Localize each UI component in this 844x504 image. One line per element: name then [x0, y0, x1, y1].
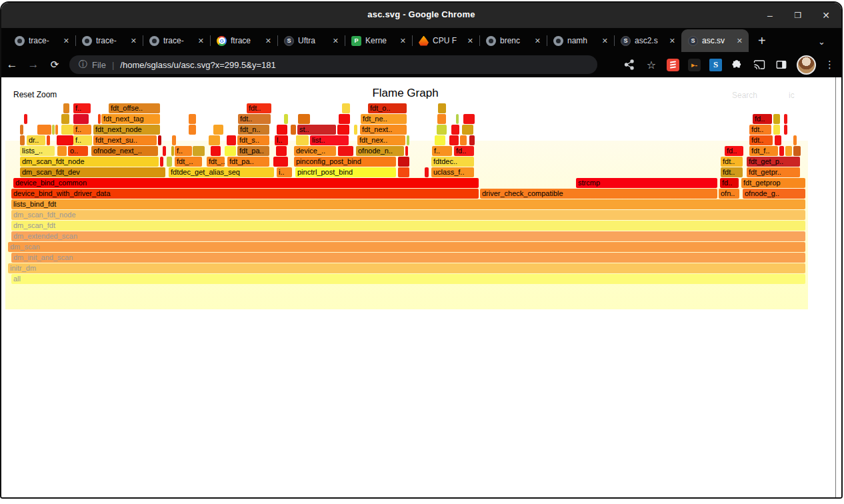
flame-frame-fdt[interactable]: fdt.. [247, 103, 271, 113]
flame-frame-st[interactable]: st.. [297, 125, 336, 135]
flame-frame-fdt_next_node[interactable]: fdt_next_node [93, 125, 160, 135]
flame-frame-fdt_[interactable]: fdt_.. [175, 157, 202, 167]
flame-frame-fdt_next[interactable]: fdt_next.. [360, 125, 407, 135]
tab-close-icon[interactable]: ✕ [129, 36, 139, 46]
tab-close-icon[interactable]: ✕ [196, 36, 206, 46]
flame-frame[interactable] [158, 135, 161, 145]
tab-asc2-s[interactable]: Sasc2.s✕ [614, 29, 681, 52]
flame-frame-fdt_[interactable]: fdt_.. [207, 157, 225, 167]
flame-frame[interactable] [227, 135, 236, 145]
maximize-button[interactable]: ❒ [792, 11, 804, 20]
flame-frame[interactable] [171, 146, 174, 156]
flame-frame[interactable] [61, 114, 69, 124]
flame-frame[interactable] [793, 135, 797, 145]
flame-frame[interactable] [438, 103, 446, 113]
flame-frame[interactable] [337, 125, 349, 135]
flame-frame[interactable] [57, 135, 73, 145]
flame-frame[interactable] [463, 114, 475, 124]
flame-frame[interactable] [73, 114, 89, 124]
flame-frame-lists_bind_fdt[interactable]: lists_bind_fdt [11, 199, 805, 209]
flame-frame-fdt_n[interactable]: fdt_n.. [238, 125, 269, 135]
url-text[interactable]: /home/sglass/u/asc.svg?x=299.5&y=181 [120, 60, 275, 70]
flame-frame-i[interactable]: i.. [277, 167, 292, 177]
flame-frame[interactable] [189, 125, 196, 135]
flame-frame[interactable] [773, 114, 780, 124]
extension-dark-icon[interactable]: ▸- [688, 59, 701, 71]
flame-frame-fdt_getpr[interactable]: fdt_getpr.. [747, 167, 800, 177]
flame-frame-strcmp[interactable]: strcmp [576, 178, 717, 188]
flame-frame[interactable] [296, 135, 309, 145]
tab-close-icon[interactable]: ✕ [533, 36, 543, 46]
tab-close-icon[interactable]: ✕ [398, 36, 408, 46]
flame-frame[interactable] [779, 146, 784, 156]
flame-frame[interactable] [298, 114, 310, 124]
extension-todoist-icon[interactable] [667, 59, 679, 71]
bookmark-star-icon[interactable]: ☆ [645, 58, 658, 71]
flame-frame[interactable] [784, 114, 787, 124]
flame-frame[interactable] [425, 167, 429, 177]
share-icon[interactable] [623, 58, 636, 71]
flame-frame[interactable] [47, 135, 50, 145]
flame-frame[interactable] [785, 146, 792, 156]
flame-frame[interactable] [163, 146, 166, 156]
flame-frame-f[interactable]: f.. [73, 135, 92, 145]
flame-frame[interactable] [398, 157, 409, 167]
flame-frame-pinconfig_post_bind[interactable]: pinconfig_post_bind [294, 157, 396, 167]
flame-frame-fdt_ne[interactable]: fdt_ne.. [361, 114, 407, 124]
flame-frame-fd[interactable]: fd.. [753, 114, 772, 124]
flame-frame[interactable] [469, 135, 475, 145]
flame-frame-fdt_o[interactable]: fdt_o.. [368, 103, 407, 113]
flame-frame-fdt_pa[interactable]: fdt_pa.. [227, 157, 269, 167]
flame-frame[interactable] [189, 114, 196, 124]
flame-frame[interactable] [291, 125, 296, 135]
flame-frame-dm_scan[interactable]: dm_scan [8, 242, 805, 252]
flame-frame[interactable] [437, 114, 446, 124]
flame-frame[interactable] [57, 146, 67, 156]
flame-frame-f[interactable]: f.. [73, 103, 91, 113]
flame-frame-fd[interactable]: fd.. [720, 178, 739, 188]
flame-frame-f[interactable]: f.. [73, 125, 91, 135]
tab-close-icon[interactable]: ✕ [465, 36, 475, 46]
scrollbar[interactable] [835, 77, 836, 497]
profile-avatar[interactable] [797, 55, 816, 75]
flame-frame-dm_scan_fdt_node[interactable]: dm_scan_fdt_node [11, 210, 805, 220]
flame-frame[interactable] [20, 135, 25, 145]
flame-frame[interactable] [435, 135, 445, 145]
flame-frame-fdt_getprop[interactable]: fdt_getprop [741, 178, 805, 188]
flame-frame-o[interactable]: o.. [68, 146, 88, 156]
flame-frame-fdt_offse[interactable]: fdt_offse.. [109, 103, 160, 113]
flame-frame-fdt[interactable]: fdt.. [749, 125, 771, 135]
flame-frame[interactable] [462, 125, 473, 135]
tab-namh[interactable]: namh✕ [547, 29, 614, 52]
flame-frame-fdtdec_get_alias_seq[interactable]: fdtdec_get_alias_seq [169, 167, 274, 177]
flame-frame[interactable] [24, 114, 27, 124]
flame-frame-fdt_pa[interactable]: fdt_pa.. [237, 146, 269, 156]
flame-frame[interactable] [284, 114, 288, 124]
tab-trace-[interactable]: trace-✕ [75, 29, 143, 52]
address-bar[interactable]: ⓘ File | /home/sglass/u/asc.svg?x=299.5&… [69, 55, 597, 74]
flame-frame[interactable] [52, 125, 55, 135]
flame-frame-fdt[interactable]: fdt.. [721, 167, 743, 177]
flame-frame-dm_scan_fdt_dev[interactable]: dm_scan_fdt_dev [20, 167, 165, 177]
flame-frame[interactable] [784, 125, 787, 135]
flame-frame[interactable] [63, 103, 69, 113]
tab-search-chevron-icon[interactable]: ⌄ [818, 37, 825, 47]
flame-frame-f[interactable]: f.. [175, 146, 192, 156]
flame-frame-fdt_next_tag[interactable]: fdt_next_tag [101, 114, 160, 124]
flame-frame[interactable] [193, 146, 205, 156]
reload-icon[interactable]: ⟳ [44, 59, 65, 71]
flame-frame[interactable] [773, 125, 780, 135]
flame-frame-fd[interactable]: fd.. [454, 146, 474, 156]
tab-trace-[interactable]: trace-✕ [8, 29, 75, 52]
tab-close-icon[interactable]: ✕ [735, 36, 745, 46]
tab-cpu-f[interactable]: CPU F✕ [412, 29, 479, 52]
flame-frame[interactable] [20, 125, 23, 135]
search-button[interactable]: Search [732, 91, 757, 100]
flame-frame-list[interactable]: list.. [310, 135, 349, 145]
flame-frame[interactable] [211, 146, 221, 156]
flame-frame-fdt_s[interactable]: fdt_s.. [237, 135, 269, 145]
close-button[interactable]: ✕ [820, 10, 832, 21]
extensions-puzzle-icon[interactable] [731, 58, 744, 71]
flame-frame-pinctrl_post_bind[interactable]: pinctrl_post_bind [295, 167, 396, 177]
back-icon[interactable]: ← [1, 58, 23, 71]
